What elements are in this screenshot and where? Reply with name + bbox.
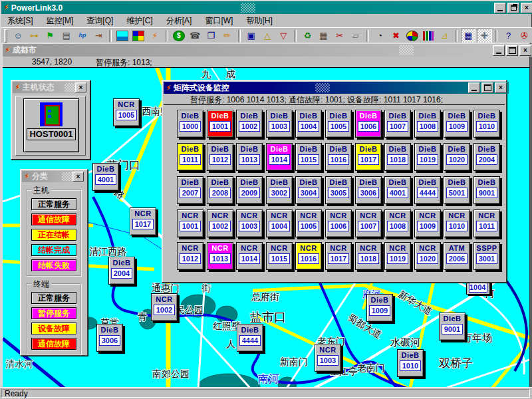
lightning-icon[interactable]: ⚡ <box>148 29 162 43</box>
maximize-button[interactable] <box>481 82 493 93</box>
device-DieB-1000[interactable]: DieB1000 <box>177 110 203 138</box>
building-view-icon[interactable]: ▦ <box>461 29 475 43</box>
device-NCR-1013[interactable]: NCR1013 <box>207 242 233 270</box>
device-NCR-1004[interactable]: NCR1004 <box>266 209 293 237</box>
menu-item-0[interactable]: 系统[S] <box>1 14 39 28</box>
device-DieB-1011[interactable]: DieB1011 <box>177 143 203 171</box>
map-device-DieB-4001[interactable]: DieB4001 <box>92 163 119 191</box>
device-NCR-1007[interactable]: NCR1007 <box>355 209 382 237</box>
device-DieB-1010[interactable]: DieB1010 <box>473 110 500 138</box>
device-DieB-1012[interactable]: DieB1012 <box>207 143 233 171</box>
device-DieB-2008[interactable]: DieB2008 <box>207 176 233 204</box>
toolbar-grip[interactable] <box>4 29 7 43</box>
minimize-button[interactable] <box>494 3 506 13</box>
delete-icon[interactable]: ✖ <box>388 29 403 43</box>
eraser-icon[interactable]: ▱ <box>348 29 363 43</box>
device-NCR-1003[interactable]: NCR1003 <box>236 209 263 237</box>
map-device-DieB-9001[interactable]: DieB9001 <box>439 313 466 340</box>
device-DieB-4001[interactable]: DieB4001 <box>384 176 411 204</box>
menu-item-3[interactable]: 维护[C] <box>120 14 158 28</box>
map-device-DieB-3006[interactable]: DieB3006 <box>96 324 123 352</box>
minimize-button[interactable] <box>468 82 480 93</box>
map-device-NCR-1002[interactable]: NCR1002 <box>151 293 178 321</box>
device-NCR-1009[interactable]: NCR1009 <box>414 209 441 237</box>
funnel-icon[interactable]: ▽ <box>276 29 291 43</box>
clock-icon[interactable]: ◔ <box>372 29 387 43</box>
menu-item-1[interactable]: 监控[M] <box>41 14 80 28</box>
stamp-icon[interactable]: ▣ <box>244 29 259 43</box>
device-NCR-1020[interactable]: NCR1020 <box>414 242 441 270</box>
device-NCR-1001[interactable]: NCR1001 <box>177 209 203 237</box>
host-tile-button[interactable]: HOST0001 <box>23 98 79 152</box>
hp-logo-icon[interactable]: hp <box>75 29 90 43</box>
device-NCR-1019[interactable]: NCR1019 <box>384 242 411 270</box>
minimize-button[interactable] <box>493 45 505 56</box>
bridge-icon[interactable]: △ <box>260 29 275 43</box>
user-icon[interactable]: ☺ <box>11 29 25 43</box>
device-NCR-1015[interactable]: NCR1015 <box>266 242 293 270</box>
device-NCR-1018[interactable]: NCR1018 <box>355 242 382 270</box>
key-icon[interactable]: ⊶ <box>27 29 41 43</box>
map-device-NCR-1003[interactable]: NCR1003 <box>315 344 341 372</box>
device-DieB-1009[interactable]: DieB1009 <box>444 110 470 138</box>
map-device-DieB-2004[interactable]: DieB2004 <box>108 257 135 285</box>
device-DieB-1005[interactable]: DieB1005 <box>325 110 352 138</box>
device-DieB-2007[interactable]: DieB2007 <box>177 176 203 204</box>
device-DieB-1007[interactable]: DieB1007 <box>384 110 411 138</box>
map-device-NCR-1005[interactable]: NCR1005 <box>113 98 140 126</box>
flag-icon[interactable]: ⚑ <box>43 29 57 43</box>
phone-icon[interactable]: ☎ <box>188 29 202 43</box>
sailboat-icon[interactable]: ⊿ <box>437 29 452 43</box>
menu-item-4[interactable]: 分析[A] <box>160 14 198 28</box>
device-DieB-1004[interactable]: DieB1004 <box>295 110 322 138</box>
device-NCR-1012[interactable]: NCR1012 <box>177 242 203 270</box>
map-device-NCR-1017[interactable]: NCR1017 <box>130 207 156 235</box>
menu-item-5[interactable]: 窗口[W] <box>199 14 239 28</box>
pie-chart-icon[interactable] <box>404 29 419 43</box>
device-DieB-1018[interactable]: DieB1018 <box>384 143 411 171</box>
bank-icon[interactable]: ▦ <box>316 29 331 43</box>
device-NCR-1002[interactable]: NCR1002 <box>207 209 233 237</box>
money-bag-icon[interactable]: $ <box>172 29 186 43</box>
menu-item-2[interactable]: 查询[Q] <box>80 14 119 28</box>
restore-button[interactable] <box>507 3 519 13</box>
device-DieB-1017[interactable]: DieB1017 <box>355 143 382 171</box>
device-DieB-9001[interactable]: DieB9001 <box>473 176 500 204</box>
device-DieB-1001[interactable]: DieB1001 <box>207 110 233 138</box>
cascade-windows-icon[interactable]: ❐ <box>203 29 218 43</box>
device-DieB-1015[interactable]: DieB1015 <box>295 143 322 171</box>
device-DieB-1016[interactable]: DieB1016 <box>325 143 352 171</box>
scissors-icon[interactable]: ✂ <box>332 29 347 43</box>
device-DieB-3006[interactable]: DieB3006 <box>355 176 382 204</box>
device-DieB-1020[interactable]: DieB1020 <box>444 143 470 171</box>
device-NCR-1008[interactable]: NCR1008 <box>384 209 411 237</box>
device-DieB-2009[interactable]: DieB2009 <box>236 176 263 204</box>
device-DieB-5001[interactable]: DieB5001 <box>444 176 470 204</box>
device-NCR-1014[interactable]: NCR1014 <box>236 242 263 270</box>
device-DieB-3005[interactable]: DieB3005 <box>325 176 352 204</box>
device-DieB-4444[interactable]: DieB4444 <box>414 176 441 204</box>
device-NCR-1011[interactable]: NCR1011 <box>473 209 500 237</box>
device-NCR-1016[interactable]: NCR1016 <box>295 242 322 270</box>
refresh-icon[interactable]: ♻ <box>300 29 315 43</box>
device-DieB-3004[interactable]: DieB3004 <box>295 176 322 204</box>
device-DieB-1008[interactable]: DieB1008 <box>414 110 441 138</box>
map-device-DieB-4444[interactable]: DieB4444 <box>237 324 263 352</box>
device-DieB-2004[interactable]: DieB2004 <box>473 143 500 171</box>
close-button[interactable]: × <box>495 82 507 93</box>
device-NCR-1006[interactable]: NCR1006 <box>325 209 352 237</box>
maximize-button[interactable] <box>506 45 518 56</box>
device-DieB-3002[interactable]: DieB3002 <box>266 176 293 204</box>
tool-icon[interactable]: ✇ <box>517 29 532 43</box>
device-DieB-1006[interactable]: DieB1006 <box>355 110 382 138</box>
device-NCR-1005[interactable]: NCR1005 <box>295 209 322 237</box>
compass-view-icon[interactable]: ✚ <box>477 29 491 43</box>
palette-icon[interactable] <box>131 29 146 43</box>
bar-chart-icon[interactable] <box>421 29 436 43</box>
close-button[interactable]: × <box>519 45 531 56</box>
device-DieB-1013[interactable]: DieB1013 <box>236 143 263 171</box>
map-picture-icon[interactable] <box>115 29 130 43</box>
menu-item-6[interactable]: 帮助[H] <box>240 14 278 28</box>
device-SSPP-3001[interactable]: SSPP3001 <box>473 242 500 270</box>
help-icon[interactable]: ? <box>501 29 515 43</box>
